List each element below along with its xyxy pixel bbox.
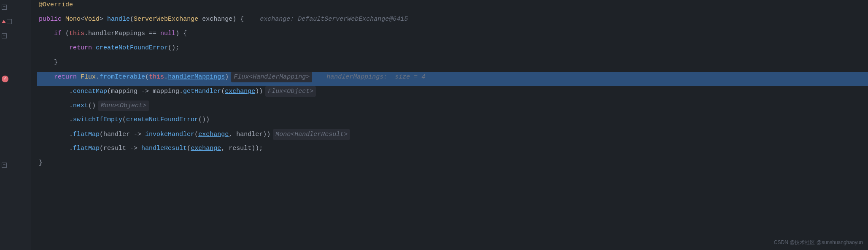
- link-exchange-7: exchange: [225, 87, 255, 96]
- punct-10-open2: (: [194, 130, 198, 139]
- fold-icon-3[interactable]: −: [2, 33, 7, 38]
- chain-dot-11: .: [69, 144, 73, 153]
- gutter-row-5: [0, 57, 27, 72]
- method-next: next: [73, 101, 88, 111]
- fold-icon-1[interactable]: −: [2, 5, 7, 10]
- code-line-1: @Override: [37, 0, 868, 14]
- punct-11-open2: (: [187, 144, 191, 153]
- punct-paren: (: [130, 14, 134, 24]
- punct-dot-7b: .: [179, 87, 183, 96]
- param-result-2: result: [229, 144, 251, 153]
- fold-icon-2[interactable]: −: [7, 19, 12, 24]
- punct-dot-6b: .: [164, 72, 168, 82]
- code-line-10: .flatMap(handler -> invokeHandler(exchan…: [37, 129, 868, 144]
- method-createnotfound-9: createNotFoundError: [126, 115, 198, 125]
- kw-this-6: this: [149, 72, 164, 82]
- line-gutter: − − − ✓: [0, 0, 30, 250]
- punct-7-close: )): [255, 87, 263, 96]
- code-line-11: .flatMap(result -> handleResult(exchange…: [37, 144, 868, 158]
- code-line-7: .concatMap(mapping -> mapping.getHandler…: [37, 86, 868, 101]
- punct-gt: >: [100, 14, 107, 24]
- chain-dot-8: .: [69, 101, 73, 111]
- gutter-row-6: ✓: [0, 72, 27, 86]
- breakpoint-icon-6[interactable]: ✓: [2, 76, 8, 82]
- type-flux-6: Flux: [81, 72, 96, 82]
- punct-lt: <: [81, 14, 84, 24]
- punct-arrow-10: ->: [130, 130, 145, 139]
- type-mono: Mono: [65, 14, 81, 24]
- punct-eq: ==: [149, 29, 160, 38]
- link-exchange-11: exchange: [191, 144, 221, 153]
- gutter-icons-6: ✓: [2, 76, 8, 82]
- chain-dot-10: .: [69, 130, 73, 139]
- punct-dot-6: .: [96, 72, 100, 82]
- gutter-row-8: [0, 101, 27, 115]
- gutter-row-11: [0, 144, 27, 158]
- type-hint-mono-hr: Mono<HandlerResult>: [273, 129, 350, 140]
- kw-public: public: [39, 14, 65, 24]
- gutter-icons-12: −: [2, 163, 7, 168]
- punct-close-6: ): [225, 72, 229, 82]
- method-concatmap: concatMap: [73, 87, 107, 96]
- code-line-5: }: [37, 57, 868, 72]
- punct-7-open: (: [107, 87, 111, 96]
- kw-null: null: [160, 29, 175, 38]
- kw-this-3: this: [69, 29, 84, 38]
- code-line-9: .switchIfEmpty(createNotFoundError()): [37, 115, 868, 129]
- kw-if: if: [54, 29, 65, 38]
- code-area: @Override public Mono<Void> handle(Serve…: [30, 0, 868, 250]
- gutter-row-2: −: [0, 14, 27, 29]
- method-flatmap-11: flatMap: [73, 144, 100, 153]
- watermark-author: @sunshuanghaoyun: [817, 239, 863, 245]
- fold-icon-12[interactable]: −: [2, 163, 7, 168]
- punct-11-open: (: [100, 144, 103, 153]
- punct-close-12: }: [39, 158, 43, 168]
- punct-9-open: (: [122, 115, 126, 125]
- param-handler-2: handler: [236, 130, 263, 139]
- type-serverwebex: ServerWebExchange: [134, 14, 202, 24]
- watermark: CSDN @技术社区 @sunshuanghaoyun: [774, 239, 863, 247]
- type-void: Void: [84, 14, 100, 24]
- hint-exchange: exchange: DefaultServerWebExchange@6415: [252, 14, 408, 24]
- method-createnotfounderror: createNotFoundError: [96, 43, 168, 53]
- annotation-override: @Override: [39, 0, 73, 10]
- gutter-row-3: −: [0, 29, 27, 43]
- param-handler: handler: [103, 130, 130, 139]
- gutter-row-4: [0, 43, 27, 57]
- gutter-icons-2: −: [2, 19, 12, 24]
- gutter-row-10: [0, 129, 27, 144]
- gutter-row-9: [0, 115, 27, 129]
- link-exchange-10: exchange: [198, 130, 229, 139]
- gutter-row-1: −: [0, 0, 27, 14]
- type-hint-flux-obj: Flux<Object>: [265, 86, 316, 97]
- punct-arrow-7: ->: [137, 87, 153, 96]
- kw-return-6: return: [54, 72, 81, 82]
- arrow-up-icon: [2, 20, 6, 23]
- method-handle: handle: [107, 14, 130, 24]
- punct-7-open2: (: [221, 87, 225, 96]
- chain-dot-7: .: [69, 87, 73, 96]
- method-fromiterable: fromIterable: [100, 72, 145, 82]
- punct-if-close: ) {: [175, 29, 187, 38]
- code-line-3: if (this.handlerMappings == null) {: [37, 29, 868, 43]
- chain-dot-9: .: [69, 115, 73, 125]
- punct-10-open: (: [100, 130, 103, 139]
- punct-11-close: ));: [251, 144, 263, 153]
- param-exchange: exchange: [202, 14, 232, 24]
- type-hint-flux-hm: Flux<HandlerMapping>: [231, 72, 312, 82]
- punct-10-close: )): [263, 130, 270, 139]
- punct-if-open: (: [65, 29, 69, 38]
- code-line-8: .next()Mono<Object>: [37, 101, 868, 115]
- method-gethandler: getHandler: [183, 87, 221, 96]
- method-handleresult: handleResult: [141, 144, 187, 153]
- kw-return-4: return: [69, 43, 96, 53]
- punct-comma-11: ,: [221, 144, 229, 153]
- gutter-row-7: [0, 86, 27, 101]
- code-line-6: return Flux.fromIterable(this.handlerMap…: [37, 72, 868, 86]
- gutter-icons-3: −: [2, 33, 7, 38]
- gutter-icons-1: −: [2, 5, 7, 10]
- param-mapping-2: mapping: [153, 87, 179, 96]
- punct-close-5: }: [54, 57, 58, 67]
- code-editor: − − − ✓: [0, 0, 868, 250]
- punct-paren-6: (: [145, 72, 149, 82]
